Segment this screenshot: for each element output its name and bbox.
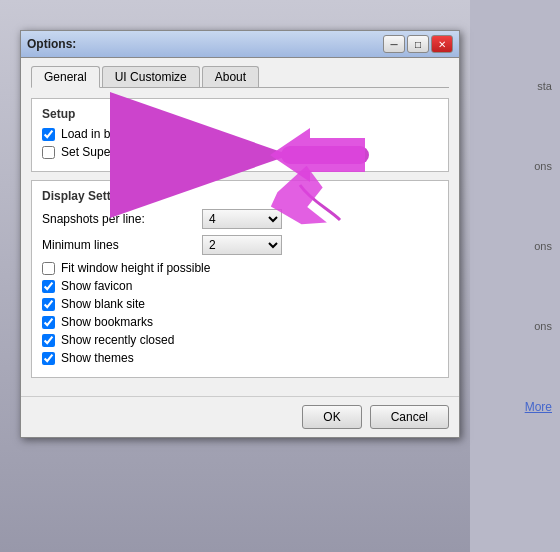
setup-section: Setup Load in blank tab Set Super Start … bbox=[31, 98, 449, 172]
side-text-3: ons bbox=[534, 240, 552, 252]
tab-about[interactable]: About bbox=[202, 66, 259, 87]
maximize-button[interactable]: □ bbox=[407, 35, 429, 53]
checkbox-homepage[interactable] bbox=[42, 146, 55, 159]
side-text-1: sta bbox=[537, 80, 552, 92]
title-bar-buttons: ─ □ ✕ bbox=[383, 35, 453, 53]
display-section: Display Settings Snapshots per line: 1 2… bbox=[31, 180, 449, 378]
snapshots-label: Snapshots per line: bbox=[42, 212, 202, 226]
checkbox-show-themes[interactable] bbox=[42, 352, 55, 365]
side-link-more[interactable]: More bbox=[525, 400, 552, 414]
checkbox-row-homepage: Set Super Start as homepage bbox=[42, 145, 438, 159]
label-show-blank-site[interactable]: Show blank site bbox=[61, 297, 145, 311]
cancel-button[interactable]: Cancel bbox=[370, 405, 449, 429]
label-show-themes[interactable]: Show themes bbox=[61, 351, 134, 365]
label-show-bookmarks[interactable]: Show bookmarks bbox=[61, 315, 153, 329]
checkbox-fit-window[interactable] bbox=[42, 262, 55, 275]
options-dialog: Options: ─ □ ✕ General UI Customize Abou… bbox=[20, 30, 460, 438]
snapshots-select[interactable]: 1 2 3 4 5 6 bbox=[202, 209, 282, 229]
label-show-recently-closed[interactable]: Show recently closed bbox=[61, 333, 174, 347]
label-show-favicon[interactable]: Show favicon bbox=[61, 279, 132, 293]
min-lines-select[interactable]: 1 2 3 4 bbox=[202, 235, 282, 255]
label-homepage[interactable]: Set Super Start as homepage bbox=[61, 145, 219, 159]
display-label: Display Settings bbox=[42, 189, 438, 203]
checkbox-row-themes: Show themes bbox=[42, 351, 438, 365]
minimize-button[interactable]: ─ bbox=[383, 35, 405, 53]
dialog-footer: OK Cancel bbox=[21, 396, 459, 437]
dialog-title: Options: bbox=[27, 37, 76, 51]
tab-ui-customize[interactable]: UI Customize bbox=[102, 66, 200, 87]
side-panel: sta ons ons ons More bbox=[470, 0, 560, 552]
label-load-blank[interactable]: Load in blank tab bbox=[61, 127, 152, 141]
tab-bar: General UI Customize About bbox=[31, 66, 449, 88]
min-lines-label: Minimum lines bbox=[42, 238, 202, 252]
checkbox-row-bookmarks: Show bookmarks bbox=[42, 315, 438, 329]
setup-label: Setup bbox=[42, 107, 438, 121]
side-text-4: ons bbox=[534, 320, 552, 332]
checkbox-show-favicon[interactable] bbox=[42, 280, 55, 293]
snapshots-row: Snapshots per line: 1 2 3 4 5 6 bbox=[42, 209, 438, 229]
checkbox-row-blank-site: Show blank site bbox=[42, 297, 438, 311]
checkbox-row-load-blank: Load in blank tab bbox=[42, 127, 438, 141]
checkbox-load-blank[interactable] bbox=[42, 128, 55, 141]
checkbox-show-blank-site[interactable] bbox=[42, 298, 55, 311]
side-text-2: ons bbox=[534, 160, 552, 172]
tab-general[interactable]: General bbox=[31, 66, 100, 88]
checkbox-row-fit: Fit window height if possible bbox=[42, 261, 438, 275]
min-lines-row: Minimum lines 1 2 3 4 bbox=[42, 235, 438, 255]
checkbox-row-favicon: Show favicon bbox=[42, 279, 438, 293]
close-button[interactable]: ✕ bbox=[431, 35, 453, 53]
title-bar: Options: ─ □ ✕ bbox=[21, 31, 459, 58]
checkbox-show-recently-closed[interactable] bbox=[42, 334, 55, 347]
dialog-content: General UI Customize About Setup Load in… bbox=[21, 58, 459, 396]
ok-button[interactable]: OK bbox=[302, 405, 361, 429]
label-fit-window[interactable]: Fit window height if possible bbox=[61, 261, 210, 275]
checkbox-show-bookmarks[interactable] bbox=[42, 316, 55, 329]
checkbox-row-recently-closed: Show recently closed bbox=[42, 333, 438, 347]
